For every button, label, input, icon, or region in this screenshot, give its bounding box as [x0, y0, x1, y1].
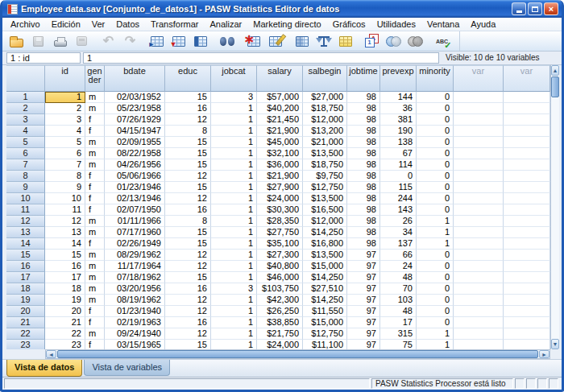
- cell[interactable]: $13,500: [303, 193, 347, 204]
- cell[interactable]: 19: [45, 295, 85, 306]
- scroll-up-icon[interactable]: ▲: [551, 65, 559, 76]
- cell[interactable]: m: [85, 283, 105, 295]
- cell[interactable]: m: [85, 261, 105, 272]
- cell[interactable]: [454, 328, 504, 340]
- cell[interactable]: 07/26/1929: [105, 114, 165, 126]
- cell[interactable]: 16: [165, 103, 211, 114]
- cell[interactable]: 18: [45, 283, 85, 295]
- cell[interactable]: [454, 227, 504, 238]
- cell[interactable]: $11,100: [303, 340, 347, 349]
- cell[interactable]: 0: [417, 182, 454, 193]
- cell[interactable]: f: [85, 204, 105, 216]
- menu-analizar[interactable]: Analizar: [205, 19, 248, 31]
- cell[interactable]: $40,800: [257, 261, 303, 272]
- col-header-salbegin-6[interactable]: salbegin: [303, 65, 347, 92]
- cell[interactable]: 17: [380, 317, 417, 328]
- cell[interactable]: $18,750: [303, 159, 347, 171]
- cell[interactable]: $21,450: [257, 114, 303, 126]
- cell[interactable]: [504, 137, 550, 148]
- select-cases-icon[interactable]: [334, 32, 356, 50]
- cell[interactable]: $30,300: [257, 204, 303, 216]
- cell[interactable]: 01/11/1966: [105, 216, 165, 227]
- cell[interactable]: 04/26/1956: [105, 159, 165, 171]
- cell[interactable]: 0: [417, 171, 454, 182]
- cell[interactable]: [454, 317, 504, 328]
- col-header-prevexp-8[interactable]: prevexp: [380, 65, 417, 92]
- cell[interactable]: 98: [347, 126, 380, 137]
- split-file-icon[interactable]: [291, 32, 313, 50]
- menu-edición[interactable]: Edición: [46, 19, 86, 31]
- cell[interactable]: $15,000: [303, 317, 347, 328]
- insert-cases-icon[interactable]: [243, 32, 264, 50]
- cell[interactable]: m: [85, 92, 105, 103]
- cell[interactable]: 98: [347, 193, 380, 204]
- cell[interactable]: 8: [45, 171, 85, 182]
- cell[interactable]: 2: [45, 103, 85, 114]
- cell[interactable]: 11: [45, 204, 85, 216]
- cell[interactable]: 07/17/1960: [105, 227, 165, 238]
- cell[interactable]: [454, 182, 504, 193]
- cell[interactable]: 190: [380, 126, 417, 137]
- cell[interactable]: 0: [380, 171, 417, 182]
- row-header[interactable]: 4: [6, 126, 45, 137]
- cell[interactable]: 137: [380, 238, 417, 250]
- cell[interactable]: 143: [380, 204, 417, 216]
- cell[interactable]: 66: [380, 250, 417, 261]
- cell[interactable]: 0: [417, 159, 454, 171]
- cell[interactable]: 23: [45, 340, 85, 349]
- row-header[interactable]: 5: [6, 137, 45, 148]
- cell[interactable]: [454, 295, 504, 306]
- cell[interactable]: $38,850: [257, 317, 303, 328]
- row-header[interactable]: 13: [6, 227, 45, 238]
- cell[interactable]: [454, 261, 504, 272]
- cell[interactable]: 0: [417, 250, 454, 261]
- cell[interactable]: $27,300: [257, 250, 303, 261]
- cell[interactable]: $11,550: [303, 306, 347, 317]
- row-header[interactable]: 23: [6, 340, 45, 349]
- cell[interactable]: 381: [380, 114, 417, 126]
- cell-value-field[interactable]: 1: [83, 52, 439, 64]
- cell[interactable]: 12: [165, 114, 211, 126]
- col-header-var-11[interactable]: var: [504, 65, 550, 92]
- cell[interactable]: 7: [45, 159, 85, 171]
- cell[interactable]: 98: [347, 159, 380, 171]
- cell[interactable]: [504, 283, 550, 295]
- cell[interactable]: 1: [211, 340, 257, 349]
- cell[interactable]: 1: [211, 238, 257, 250]
- cell[interactable]: m: [85, 272, 105, 283]
- cell[interactable]: 12: [165, 193, 211, 204]
- cell[interactable]: 16: [165, 283, 211, 295]
- cell[interactable]: [504, 317, 550, 328]
- cell[interactable]: $21,900: [257, 171, 303, 182]
- col-header-var-10[interactable]: var: [454, 65, 504, 92]
- cell[interactable]: 1: [211, 103, 257, 114]
- cell[interactable]: m: [85, 227, 105, 238]
- cell[interactable]: [504, 114, 550, 126]
- cell[interactable]: 244: [380, 193, 417, 204]
- cell[interactable]: 1: [211, 328, 257, 340]
- cell[interactable]: 15: [165, 238, 211, 250]
- row-header[interactable]: 20: [6, 306, 45, 317]
- row-header[interactable]: 10: [6, 193, 45, 204]
- col-header-minority-9[interactable]: minority: [417, 65, 454, 92]
- cell[interactable]: [454, 103, 504, 114]
- cell[interactable]: [454, 148, 504, 159]
- cell[interactable]: [454, 193, 504, 204]
- cell[interactable]: m: [85, 103, 105, 114]
- col-header-jobtime-7[interactable]: jobtime: [347, 65, 380, 92]
- cell[interactable]: 103: [380, 295, 417, 306]
- cell[interactable]: [504, 171, 550, 182]
- cell[interactable]: [454, 204, 504, 216]
- cell[interactable]: $26,250: [257, 306, 303, 317]
- cell[interactable]: [504, 193, 550, 204]
- cell[interactable]: [504, 295, 550, 306]
- cell[interactable]: 315: [380, 328, 417, 340]
- cell[interactable]: [454, 159, 504, 171]
- cell[interactable]: 48: [380, 272, 417, 283]
- minimize-button[interactable]: [512, 2, 526, 15]
- row-header[interactable]: 14: [6, 238, 45, 250]
- col-header-bdate-2[interactable]: bdate: [105, 65, 165, 92]
- cell[interactable]: 1: [211, 227, 257, 238]
- cell[interactable]: 02/13/1946: [105, 193, 165, 204]
- row-header[interactable]: 8: [6, 171, 45, 182]
